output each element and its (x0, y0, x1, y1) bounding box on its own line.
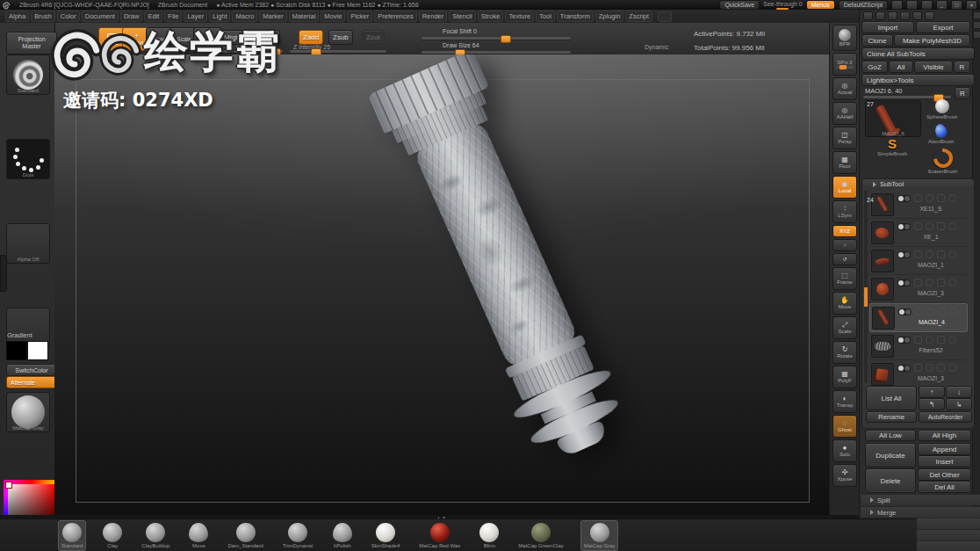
subtool-down-button[interactable]: ↓ (946, 386, 972, 398)
z-intensity-slider[interactable] (290, 50, 386, 53)
xpose-button[interactable]: ✣Xpose (832, 464, 857, 487)
subtool-row[interactable]: MAOZI_3 (869, 275, 968, 303)
lsym-button[interactable]: ∶LSym (832, 200, 857, 223)
tray-brush-move[interactable]: Move (186, 521, 211, 550)
quicksave-button[interactable]: QuickSave (719, 0, 760, 10)
del-all-button[interactable]: Del All (918, 481, 971, 493)
subtool-scrollbar[interactable] (864, 191, 868, 382)
alternate-button[interactable]: Alternate (6, 376, 57, 388)
lightbox-tools-button[interactable]: Lightbox>Tools (861, 74, 975, 86)
subtool-move-down-button[interactable]: ↳ (946, 398, 972, 410)
menu-stroke[interactable]: Stroke (478, 11, 504, 22)
spix-slider[interactable]: SPix 2 (832, 53, 857, 76)
tray-material-matcap-gray[interactable]: MatCap Gray (580, 520, 619, 551)
section-split[interactable]: Split (861, 494, 980, 505)
menu-picker[interactable]: Picker (347, 11, 372, 22)
document-canvas[interactable] (54, 54, 829, 515)
menu-movie[interactable]: Movie (321, 11, 345, 22)
menu-layer[interactable]: Layer (184, 11, 207, 22)
frame-button[interactable]: ⬚Frame (832, 267, 857, 290)
actual-size-button[interactable]: ◎Actual (832, 77, 857, 100)
help-icon[interactable] (658, 11, 672, 22)
duplicate-button[interactable]: Duplicate (865, 443, 916, 468)
subtool-thumbnail[interactable] (871, 221, 894, 244)
subtool-move-up-button[interactable]: ↰ (919, 398, 945, 410)
floor-grid-button[interactable]: ▦Floor (832, 151, 857, 174)
menu-tool[interactable]: Tool (536, 11, 555, 22)
subtool-thumbnail[interactable] (871, 193, 894, 216)
zsub-button[interactable]: Zsub (328, 30, 353, 45)
minimize-icon[interactable]: _ (936, 0, 948, 10)
dock-icon[interactable] (900, 11, 910, 20)
tray-brush-hpolish[interactable]: hPolish (330, 521, 355, 550)
subtool-thumbnail[interactable] (872, 307, 895, 330)
make-polymesh3d-button[interactable]: Make PolyMesh3D (894, 34, 970, 47)
draw-size-slider[interactable] (422, 51, 571, 54)
append-button[interactable]: Append (918, 443, 971, 455)
solo-button[interactable]: ●Solo (832, 439, 857, 462)
tool-name-slider[interactable] (863, 96, 951, 98)
eye-toggle-icon[interactable] (897, 337, 911, 344)
section-merge[interactable]: Merge (861, 506, 980, 518)
current-tool-thumbnail[interactable]: 27 MAOZI_6 (865, 100, 921, 137)
subtool-row-selected[interactable]: MAOZI_4 (869, 303, 968, 332)
current-brush-thumbnail[interactable]: Standard (6, 54, 50, 95)
menu-edit[interactable]: Edit (144, 11, 162, 22)
goz-button[interactable]: GoZ (861, 61, 888, 73)
dynamic-label[interactable]: Dynamic (645, 44, 668, 50)
tray-brush-trimdynamic[interactable]: TrimDynamic (280, 521, 316, 550)
close-icon[interactable]: × (966, 0, 977, 10)
gradient-toggle[interactable]: Gradient (7, 331, 32, 339)
dock-icon[interactable] (925, 11, 934, 20)
delete-button[interactable]: Delete (865, 468, 916, 493)
clone-all-subtools-button[interactable]: Clone All SubTools (861, 47, 975, 60)
tray-material-skinshade4[interactable]: SkinShade4 (369, 521, 402, 550)
menu-macro[interactable]: Macro (232, 11, 257, 22)
menu-light[interactable]: Light (209, 11, 230, 22)
see-through-slider[interactable]: See-through 0 (763, 1, 802, 10)
transparency-button[interactable]: ◐Transp (832, 390, 857, 413)
tray-brush-standard[interactable]: Standard (58, 520, 86, 551)
local-transform-button[interactable]: ◉Local (832, 176, 857, 199)
quick-pick-simplebrush[interactable]: S SimpleBrush (877, 138, 907, 156)
switch-color-button[interactable]: SwitchColor (6, 364, 57, 376)
scale-canvas-button[interactable]: ⤢Scale (832, 316, 857, 339)
dock-icon[interactable] (912, 11, 922, 20)
focal-shift-slider[interactable] (422, 37, 571, 40)
quick-pick-alambrush[interactable]: AlamBrush (928, 124, 954, 144)
xyz-axis-button[interactable]: XYZ (832, 225, 857, 237)
eye-toggle-icon[interactable] (898, 308, 912, 315)
y-axis-icon-button[interactable]: ○ (832, 239, 857, 251)
subtool-thumbnail[interactable] (871, 278, 894, 301)
del-other-button[interactable]: Del Other (918, 468, 971, 481)
menu-material[interactable]: Material (289, 11, 320, 22)
tool-slider-r-button[interactable]: R (955, 87, 970, 99)
menu-stencil[interactable]: Stencil (449, 11, 476, 22)
eye-toggle-icon[interactable] (897, 223, 911, 230)
secondary-color-swatch[interactable] (27, 341, 48, 360)
goz-all-button[interactable]: All (889, 61, 913, 73)
ghost-button[interactable]: ◌Ghost (832, 415, 857, 438)
zadd-button[interactable]: Zadd (299, 30, 323, 45)
menu-draw[interactable]: Draw (120, 11, 143, 22)
insert-button[interactable]: Insert (918, 455, 971, 468)
all-low-button[interactable]: All Low (865, 430, 916, 441)
tool-export-button[interactable]: Export (916, 21, 970, 33)
subtool-row[interactable]: MAOZI_3 (869, 360, 968, 388)
quick-pick-eraserbrush[interactable]: EraserBrush (928, 149, 957, 174)
left-tray-divider[interactable] (0, 255, 7, 292)
menu-document[interactable]: Document (82, 11, 119, 22)
all-high-button[interactable]: All High (918, 430, 971, 441)
polyframe-button[interactable]: ▦PolyF (832, 366, 857, 388)
aa-half-button[interactable]: ◎AAHalf (832, 102, 857, 125)
rotate-canvas-button[interactable]: ↻Rotate (832, 341, 857, 364)
menu-texture[interactable]: Texture (505, 11, 534, 22)
subtool-row[interactable]: XE_1 (869, 219, 968, 247)
palette-icon[interactable] (891, 0, 903, 10)
menu-brush[interactable]: Brush (31, 11, 55, 22)
subtool-row[interactable]: Fibers52 (869, 332, 968, 360)
quick-pick-spherebrush[interactable]: SphereBrush (926, 99, 957, 120)
current-alpha-thumbnail[interactable]: Alpha Off (6, 223, 50, 264)
subtool-thumbnail[interactable] (871, 250, 894, 272)
list-all-button[interactable]: List All (866, 386, 917, 410)
